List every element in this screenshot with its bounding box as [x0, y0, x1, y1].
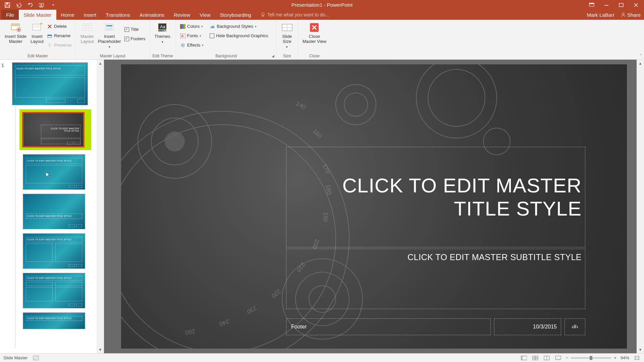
colors-button[interactable]: Colors ▾	[179, 22, 205, 31]
ribbon-tabs: File Slide Master Home Insert Transition…	[0, 10, 644, 20]
svg-text:Aa: Aa	[160, 24, 166, 29]
themes-button[interactable]: Aa Themes▾	[153, 21, 172, 45]
slideshow-view-icon[interactable]	[554, 355, 562, 361]
svg-point-62	[336, 84, 376, 125]
effects-button[interactable]: Effects ▾	[179, 41, 205, 49]
footers-checkbox[interactable]: ✓Footers	[123, 35, 147, 43]
background-styles-button[interactable]: Background Styles ▾	[208, 22, 269, 31]
tab-home[interactable]: Home	[56, 10, 79, 20]
close-master-view-button[interactable]: Close Master View	[301, 21, 328, 44]
ribbon: Insert Slide Master ✦ Insert Layout Dele…	[0, 20, 644, 60]
title-placeholder[interactable]: CLICK TO EDIT MASTER TITLE STYLE	[286, 147, 585, 247]
thumbnails-scrollbar[interactable]: ▲ ▼	[97, 60, 104, 353]
slide-size-button[interactable]: Slide Size▾	[279, 21, 295, 50]
layout-thumbnail[interactable]: CLICK TO EDIT MASTER TITLE STYLE	[23, 154, 95, 190]
layout-thumbnail-selected[interactable]: CLICK TO EDIT MASTER TITLE STYLE	[19, 109, 91, 150]
checkbox-unchecked-icon	[210, 34, 214, 38]
slide-master-thumbnail[interactable]: CLICK TO EDIT MASTER TITLE STYLE	[12, 62, 88, 105]
svg-point-27	[49, 44, 51, 46]
zoom-track[interactable]	[571, 357, 611, 359]
reading-view-icon[interactable]	[543, 355, 550, 361]
scroll-track[interactable]	[97, 67, 104, 346]
normal-view-icon[interactable]	[520, 355, 528, 361]
tree-connector	[15, 107, 16, 348]
master-layout-button: Master Layout	[78, 21, 96, 44]
layout-thumbnail[interactable]: CLICK TO EDIT MASTER TITLE STYLE	[23, 194, 95, 229]
insert-slide-master-icon	[10, 22, 21, 33]
tab-file[interactable]: File	[1, 10, 19, 20]
undo-icon[interactable]	[16, 2, 21, 8]
layout-thumbnail[interactable]: CLICK TO EDIT MASTER TITLE STYLE	[23, 312, 95, 329]
zoom-level[interactable]: 94%	[621, 355, 629, 360]
zoom-in-icon[interactable]: +	[614, 355, 616, 360]
zoom-out-icon[interactable]: −	[566, 355, 569, 360]
minimize-icon[interactable]	[604, 2, 609, 8]
insert-layout-button[interactable]: ✦ Insert Layout	[29, 21, 46, 44]
status-mode: Slide Master	[3, 355, 28, 360]
tab-transitions[interactable]: Transitions	[101, 10, 135, 20]
fonts-button[interactable]: AFonts ▾	[179, 32, 205, 40]
start-from-beginning-icon[interactable]	[39, 2, 44, 8]
hide-background-graphics-checkbox[interactable]: Hide Background Graphics	[208, 32, 269, 40]
footer-placeholder[interactable]: Footer	[286, 318, 491, 335]
svg-rect-44	[183, 24, 184, 29]
tab-view[interactable]: View	[195, 10, 215, 20]
layout-thumbnail[interactable]: CLICK TO EDIT MASTER TITLE STYLE	[23, 273, 95, 308]
svg-rect-4	[40, 7, 43, 7]
tab-storyboarding[interactable]: Storyboarding	[215, 10, 256, 20]
slide-thumbnails-pane: 1 CLICK TO EDIT MASTER TITLE STYLE CLICK…	[0, 60, 104, 353]
window-title: Presentation1 - PowerPoint	[0, 2, 644, 8]
tab-animations[interactable]: Animations	[135, 10, 169, 20]
editor-scrollbar[interactable]: ▲ ▼	[637, 60, 644, 353]
slide-sorter-view-icon[interactable]	[532, 355, 539, 361]
qat-customize-icon[interactable]: ▾	[50, 2, 56, 8]
scroll-track[interactable]	[637, 67, 644, 346]
signed-in-user[interactable]: Mark LaBarr	[587, 12, 614, 18]
svg-rect-6	[589, 3, 594, 4]
scroll-down-icon[interactable]: ▼	[637, 346, 644, 353]
tab-review[interactable]: Review	[169, 10, 195, 20]
share-icon	[621, 12, 626, 17]
collapse-ribbon-icon[interactable]: ˄	[640, 53, 642, 59]
subtitle-placeholder[interactable]: CLICK TO EDIT MASTER SUBTITLE STYLE	[286, 249, 585, 309]
scroll-up-icon[interactable]: ▲	[97, 60, 104, 67]
title-checkbox[interactable]: ✓Title	[123, 25, 147, 34]
slide-editor: 140 160 170 180 190 200 210 220 230 240 …	[104, 60, 644, 353]
preserve-button[interactable]: Preserve	[46, 41, 73, 49]
slide-number-placeholder[interactable]: ‹#›	[565, 318, 585, 335]
tell-me-search[interactable]: Tell me what you want to do...	[256, 10, 334, 20]
zoom-thumb[interactable]	[590, 356, 592, 360]
insert-slide-master-button[interactable]: Insert Slide Master	[3, 21, 29, 44]
scroll-up-icon[interactable]: ▲	[637, 60, 644, 67]
delete-button[interactable]: Delete	[46, 22, 73, 31]
date-placeholder[interactable]: 10/3/2015	[494, 318, 561, 335]
svg-rect-30	[84, 25, 91, 26]
svg-rect-86	[536, 358, 538, 360]
tab-slide-master[interactable]: Slide Master	[19, 10, 56, 20]
svg-rect-2	[6, 5, 9, 7]
scroll-down-icon[interactable]: ▼	[97, 346, 104, 353]
svg-rect-80	[33, 356, 39, 360]
group-size: Slide Size▾ Size	[277, 20, 298, 59]
spellcheck-icon[interactable]	[32, 355, 40, 361]
svg-text:160: 160	[311, 128, 323, 139]
redo-icon[interactable]	[28, 2, 33, 8]
close-icon[interactable]	[633, 2, 639, 8]
insert-placeholder-button[interactable]: Insert Placeholder▾	[96, 21, 123, 50]
background-dialog-launcher[interactable]: ◢	[271, 54, 275, 58]
maximize-icon[interactable]	[619, 2, 624, 8]
fit-to-window-icon[interactable]	[633, 355, 641, 361]
share-button[interactable]: Share	[621, 12, 641, 18]
rename-button[interactable]: Rename	[46, 32, 73, 40]
zoom-slider[interactable]: − +	[566, 355, 616, 360]
status-bar: Slide Master − + 94%	[0, 353, 644, 362]
layout-thumbnail[interactable]: CLICK TO EDIT MASTER TITLE STYLE	[23, 233, 95, 269]
svg-rect-12	[262, 15, 264, 16]
save-icon[interactable]	[5, 2, 10, 8]
slide-canvas[interactable]: 140 160 170 180 190 200 210 220 230 240 …	[121, 64, 627, 349]
svg-rect-26	[48, 35, 52, 36]
background-styles-icon	[210, 24, 215, 29]
svg-rect-89	[555, 356, 561, 359]
tab-insert[interactable]: Insert	[79, 10, 101, 20]
ribbon-display-options-icon[interactable]	[589, 2, 594, 8]
